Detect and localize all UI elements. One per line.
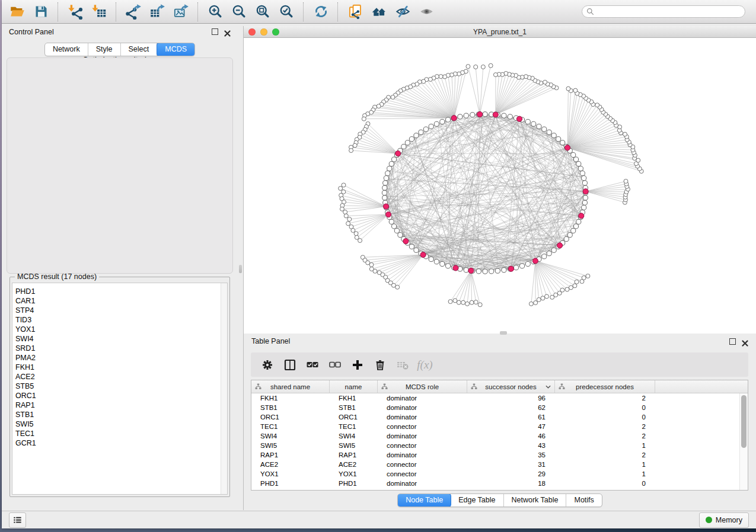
mcds-result-node[interactable]: FKH1 (12, 363, 227, 372)
table-row[interactable]: FKH1FKH1dominator962 (251, 393, 748, 403)
tab-network[interactable]: Network (45, 43, 88, 56)
close-panel-icon[interactable] (224, 28, 231, 35)
table-row[interactable]: STB1STB1dominator620 (251, 403, 748, 412)
tab-select[interactable]: Select (121, 43, 158, 56)
float-table-panel-icon[interactable] (729, 338, 736, 345)
mcds-panel (7, 57, 233, 274)
cell-successor-nodes: 43 (467, 442, 555, 449)
memory-button[interactable]: Memory (699, 512, 749, 528)
export-image-button[interactable] (169, 2, 193, 22)
column-header-successor-nodes[interactable]: successor nodes (467, 380, 555, 393)
export-network-button[interactable] (122, 2, 145, 22)
column-header-MCDS-role[interactable]: MCDS role (378, 380, 467, 393)
mcds-result-node[interactable]: CAR1 (12, 296, 227, 306)
export-image-icon (173, 4, 189, 20)
table-row[interactable]: YOX1YOX1connector291 (251, 469, 748, 479)
mcds-result-node[interactable]: PHD1 (12, 287, 227, 296)
mcds-result-node[interactable]: SWI5 (12, 419, 227, 429)
column-header-name[interactable]: name (330, 380, 378, 393)
column-label: predecessor nodes (576, 383, 634, 390)
table-row[interactable]: TEC1TEC1connector472 (251, 422, 748, 431)
hide-panel-button[interactable] (391, 2, 414, 22)
save-session-icon (33, 4, 49, 20)
mcds-result-node[interactable]: ACE2 (12, 372, 227, 382)
table-row[interactable]: ACE2ACE2connector311 (251, 460, 748, 469)
vertical-splitter[interactable] (238, 24, 243, 510)
export-table-button[interactable] (145, 2, 169, 22)
function-builder-button: f(x) (416, 355, 434, 374)
network-document-button[interactable] (343, 2, 367, 22)
search-input[interactable] (597, 7, 741, 17)
add-column-button[interactable] (348, 355, 366, 374)
add-column-icon (351, 358, 364, 371)
splitter-grip[interactable] (239, 265, 242, 273)
cell-predecessor-nodes: 2 (555, 451, 655, 459)
task-history-button[interactable] (9, 512, 26, 528)
table-panel-title: Table Panel (251, 337, 290, 345)
mcds-result-node[interactable]: PMA2 (12, 353, 227, 363)
mcds-result-node[interactable]: STP4 (12, 306, 227, 315)
mcds-result-node[interactable]: RAP1 (12, 400, 227, 410)
save-session-button[interactable] (29, 2, 53, 22)
column-layout-button[interactable] (280, 355, 299, 374)
import-table-button[interactable] (87, 2, 111, 22)
column-header-predecessor-nodes[interactable]: predecessor nodes (555, 380, 655, 393)
refresh-layout-icon (313, 4, 329, 20)
close-table-panel-icon[interactable] (742, 338, 748, 345)
show-all-networks-button[interactable] (367, 2, 391, 22)
control-panel-tabs: NetworkStyleSelectMCDS (2, 43, 238, 56)
mcds-result-node[interactable]: YOX1 (12, 325, 227, 334)
mcds-result-list[interactable]: PHD1CAR1STP4TID3YOX1SWI4SRD1PMA2FKH1ACE2… (12, 283, 228, 495)
table-scrollbar-thumb[interactable] (741, 395, 747, 448)
main-toolbar (2, 0, 756, 24)
tab-network-table[interactable]: Network Table (504, 494, 567, 507)
toolbar-separator (303, 2, 304, 21)
network-view-window: YPA_prune.txt_1 (243, 26, 756, 334)
network-graph[interactable] (244, 38, 756, 334)
column-label: name (345, 383, 362, 390)
tab-style[interactable]: Style (88, 43, 121, 56)
refresh-layout-button[interactable] (309, 2, 333, 22)
table-row[interactable]: SWI5SWI5connector431 (251, 441, 748, 450)
table-row[interactable]: PHD1PHD1dominator180 (251, 479, 748, 488)
table-row[interactable]: SWI4SWI4dominator462 (251, 431, 748, 441)
import-network-button[interactable] (63, 2, 87, 22)
zoom-fit-button[interactable] (251, 2, 275, 22)
tab-node-table[interactable]: Node Table (397, 493, 451, 507)
cell-predecessor-nodes: 1 (555, 461, 655, 468)
table-scrollbar[interactable] (739, 393, 748, 490)
mcds-result-node[interactable]: TEC1 (12, 429, 227, 438)
float-panel-icon[interactable] (212, 28, 218, 35)
cell-predecessor-nodes: 0 (555, 404, 655, 411)
deselect-all-rows-button[interactable] (326, 355, 344, 374)
import-table-icon (91, 4, 107, 20)
mcds-result-node[interactable]: ORC1 (12, 391, 227, 400)
table-row[interactable]: RAP1RAP1dominator352 (251, 450, 748, 460)
table-row[interactable]: ORC1ORC1dominator610 (251, 412, 748, 422)
deselect-all-rows-icon (328, 358, 342, 371)
mcds-result-node[interactable]: GCR1 (12, 438, 227, 448)
zoom-in-button[interactable] (203, 2, 227, 22)
mcds-result-node[interactable]: STB1 (12, 410, 227, 419)
open-file-button[interactable] (5, 2, 29, 22)
tab-motifs[interactable]: Motifs (566, 494, 601, 507)
zoom-out-button[interactable] (227, 2, 251, 22)
settings-gear-button[interactable] (258, 355, 276, 374)
delete-column-button[interactable] (371, 355, 389, 374)
zoom-selected-button[interactable] (275, 2, 298, 22)
edge-layer (384, 114, 585, 271)
cell-predecessor-nodes: 1 (555, 470, 655, 477)
column-header-shared-name[interactable]: shared name (251, 380, 330, 393)
mcds-result-node[interactable]: SWI4 (12, 334, 227, 344)
network-canvas[interactable] (244, 38, 756, 334)
search-box[interactable] (582, 5, 745, 18)
mcds-result-node[interactable]: STB5 (12, 382, 227, 391)
tab-mcds[interactable]: MCDS (157, 43, 195, 56)
mcds-result-node[interactable]: TID3 (12, 315, 227, 325)
mcds-result-node[interactable]: SRD1 (12, 344, 227, 353)
column-layout-icon (283, 358, 296, 371)
result-list-scrollbar[interactable] (221, 283, 227, 494)
select-all-rows-button[interactable] (303, 355, 321, 374)
cell-predecessor-nodes: 2 (555, 395, 655, 402)
tab-edge-table[interactable]: Edge Table (451, 494, 503, 507)
